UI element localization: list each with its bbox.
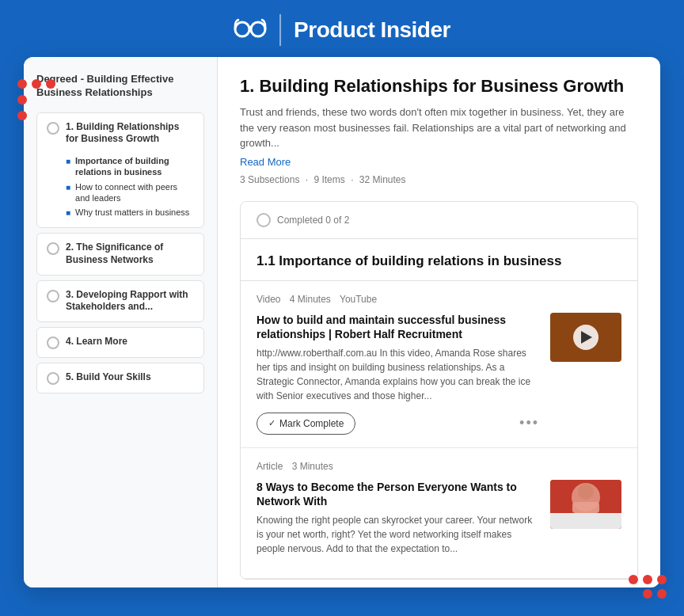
content-item-meta-video: Video 4 Minutes YouTube (256, 294, 621, 305)
sidebar-sub-item-3[interactable]: ■ Why trust matters in business (66, 205, 194, 219)
article-desc: Knowing the right people can skyrocket y… (256, 513, 539, 556)
sidebar-section-2[interactable]: 2. The Significance of Business Networks (36, 233, 204, 275)
sidebar-section-header-3[interactable]: 3. Developing Rapport with Stakeholders … (37, 281, 203, 321)
meta-items: 9 Items (314, 174, 344, 185)
sidebar-bullet-icon: ■ (66, 183, 70, 192)
meta-subsections: 3 Subsections (240, 174, 299, 185)
decorative-dot (629, 575, 638, 584)
app-header: Product Insider (0, 0, 684, 57)
content-item-text-article: 8 Ways to Become the Person Everyone Wan… (256, 480, 539, 565)
progress-text: Completed 0 of 2 (277, 215, 349, 226)
decorative-dot (17, 95, 27, 105)
sidebar-section-label-2: 2. The Significance of Business Networks (66, 241, 194, 266)
content-item-text-video: How to build and maintain successful bus… (256, 313, 539, 435)
decorative-dot (657, 575, 667, 584)
sidebar-section-circle-1 (47, 122, 59, 135)
sidebar-section-circle-2 (47, 242, 59, 255)
content-item-meta-article: Article 3 Minutes (256, 461, 621, 472)
mark-complete-button[interactable]: ✓ Mark Complete (256, 413, 355, 435)
sidebar-sub-label-3: Why trust matters in business (75, 207, 189, 218)
sidebar-sub-label-2: How to connect with peers and leaders (75, 181, 194, 204)
content-item-video: Video 4 Minutes YouTube How to build and… (241, 281, 637, 448)
sidebar: Degreed - Building Effective Business Re… (24, 57, 218, 587)
content-actions-video: ✓ Mark Complete ••• (256, 413, 539, 435)
read-more-link[interactable]: Read More (240, 156, 291, 168)
course-meta: 3 Subsections · 9 Items · 32 Minutes (240, 174, 638, 185)
svg-rect-3 (550, 513, 621, 529)
sidebar-section-1[interactable]: 1. Building Relationships for Business G… (36, 112, 204, 229)
svg-rect-6 (572, 502, 599, 513)
decorative-dot (17, 79, 27, 89)
sidebar-section-header-1[interactable]: 1. Building Relationships for Business G… (37, 113, 203, 154)
decorative-dot (32, 79, 41, 89)
play-button[interactable] (573, 325, 598, 350)
svg-point-5 (578, 484, 594, 500)
main-card: Degreed - Building Effective Business Re… (24, 57, 660, 587)
content-item-article: Article 3 Minutes 8 Ways to Become the P… (241, 448, 637, 579)
meta-separator-2: · (351, 174, 353, 185)
decorative-dot (657, 589, 667, 599)
content-duration-video: 4 Minutes (290, 294, 331, 305)
header-divider (279, 14, 281, 46)
sidebar-section-label-4: 4. Learn More (66, 336, 127, 348)
sidebar-bullet-icon: ■ (66, 208, 70, 217)
sidebar-sub-item-1[interactable]: ■ Importance of building relations in bu… (66, 154, 194, 180)
subsection-header: 1.1 Importance of building relations in … (241, 239, 637, 281)
sidebar-sub-item-2[interactable]: ■ How to connect with peers and leaders (66, 180, 194, 206)
decorative-dot (643, 575, 652, 584)
sidebar-title: Degreed - Building Effective Business Re… (36, 73, 204, 100)
decorative-dot (46, 79, 55, 89)
app-title: Product Insider (294, 17, 450, 43)
sidebar-section-4[interactable]: 4. Learn More (36, 327, 204, 358)
sidebar-section-header-4[interactable]: 4. Learn More (37, 328, 203, 357)
course-description: Trust and friends, these two words don't… (240, 105, 638, 151)
glasses-icon (234, 16, 267, 45)
content-duration-article: 3 Minutes (292, 461, 333, 472)
sidebar-section-circle-5 (47, 372, 59, 385)
content-type-video: Video (256, 294, 280, 305)
content-item-body-article: 8 Ways to Become the Person Everyone Wan… (256, 480, 621, 565)
sidebar-section-circle-4 (47, 337, 59, 349)
video-desc: http://www.roberthalf.com.au In this vid… (256, 346, 539, 403)
sidebar-bullet-icon: ■ (66, 157, 70, 165)
content-type-article: Article (256, 461, 283, 472)
svg-point-0 (235, 22, 249, 36)
play-icon (581, 331, 592, 344)
sidebar-section-header-2[interactable]: 2. The Significance of Business Networks (37, 234, 203, 274)
sidebar-section-label-1: 1. Building Relationships for Business G… (66, 121, 194, 146)
decorative-dot (17, 111, 27, 120)
section-card: Completed 0 of 2 1.1 Importance of build… (240, 201, 638, 580)
more-options-button[interactable]: ••• (519, 415, 539, 432)
sidebar-section-label-5: 5. Build Your Skills (66, 371, 151, 384)
subsection-title: 1.1 Importance of building relations in … (256, 253, 621, 269)
course-title: 1. Building Relationships for Business G… (240, 76, 638, 97)
sidebar-section-5[interactable]: 5. Build Your Skills (36, 363, 204, 394)
sidebar-section-3[interactable]: 3. Developing Rapport with Stakeholders … (36, 280, 204, 322)
article-title: 8 Ways to Become the Person Everyone Wan… (256, 480, 539, 508)
sidebar-section-label-3: 3. Developing Rapport with Stakeholders … (66, 289, 194, 314)
sidebar-subsection-1: ■ Importance of building relations in bu… (37, 154, 203, 227)
sidebar-sub-label-1: Importance of building relations in busi… (75, 155, 194, 178)
content-platform-video: YouTube (340, 294, 377, 305)
svg-point-1 (251, 22, 265, 36)
meta-minutes: 32 Minutes (359, 174, 406, 185)
video-title: How to build and maintain successful bus… (256, 313, 539, 341)
main-content: 1. Building Relationships for Business G… (218, 57, 660, 587)
meta-separator-1: · (306, 174, 308, 185)
content-item-body-video: How to build and maintain successful bus… (256, 313, 621, 435)
sidebar-section-header-5[interactable]: 5. Build Your Skills (37, 363, 203, 393)
article-thumbnail[interactable] (550, 480, 621, 529)
section-progress: Completed 0 of 2 (241, 202, 637, 239)
progress-circle (256, 213, 271, 227)
sidebar-section-circle-3 (47, 290, 59, 302)
mark-complete-label: Mark Complete (279, 418, 344, 429)
check-icon: ✓ (268, 418, 276, 428)
video-thumbnail[interactable] (550, 313, 621, 362)
decorative-dot (643, 589, 652, 599)
